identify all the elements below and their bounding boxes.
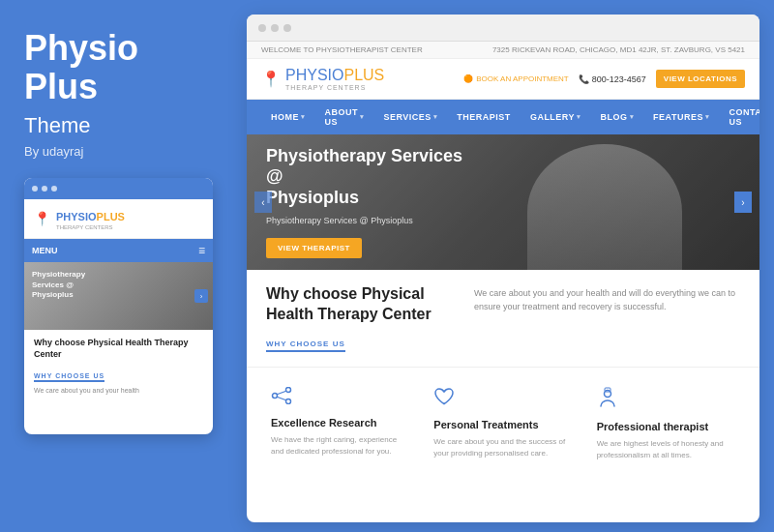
left-title: Physio Plus <box>24 29 213 105</box>
feature-personal-title: Personal Treatments <box>433 419 572 430</box>
book-appointment-link[interactable]: 🟠 BOOK AN APPOINTMENT <box>463 74 569 83</box>
feature-professional-text: We are highest levels of honesty and pro… <box>597 438 735 461</box>
mobile-body-title: Why choose Physical Health Therapy Cente… <box>34 338 203 360</box>
why-section: Why choose Physical Health Therapy Cente… <box>247 270 759 368</box>
phone-icon: 📞 <box>579 74 589 84</box>
logo-plus: PLUS <box>343 67 384 83</box>
hero-next-button[interactable]: › <box>734 192 752 213</box>
calendar-icon: 🟠 <box>463 74 473 83</box>
hero-title: Physiotherapy Services @ Physioplus <box>266 146 479 209</box>
person-badge-icon <box>597 387 735 413</box>
mobile-logo: PHYSIOPLUS <box>56 211 125 222</box>
nav-item-therapist[interactable]: THERAPIST <box>447 100 521 134</box>
hero-decorative-person <box>527 144 682 270</box>
site-logo: 📍 PHYSIOPLUS THERAPY CENTERS <box>261 67 384 91</box>
mobile-why-label: WHY CHOOSE US <box>34 372 104 382</box>
nav-item-about[interactable]: ABOUT US ▾ <box>315 100 374 134</box>
nav-item-home[interactable]: HOME ▾ <box>261 100 315 134</box>
mobile-hero: Physiotherapy Services @ Physioplus › <box>24 262 213 330</box>
view-therapist-button[interactable]: VIEW THERAPIST <box>266 238 362 258</box>
site-hero: ‹ Physiotherapy Services @ Physioplus Ph… <box>247 134 759 270</box>
svg-line-3 <box>277 391 286 395</box>
mobile-hero-text: Physiotherapy Services @ Physioplus <box>32 270 85 300</box>
svg-point-1 <box>286 399 291 403</box>
mobile-dot-2 <box>42 186 47 192</box>
nav-item-contact[interactable]: CONTACT US <box>719 100 759 134</box>
browser-mockup: WELCOME TO PHYSIOTHERAPIST CENTER 7325 R… <box>247 15 759 522</box>
feature-card-personal: Personal Treatments We care about you an… <box>429 382 577 466</box>
left-subtitle: Theme <box>24 113 213 138</box>
why-label: WHY CHOOSE US <box>266 340 345 352</box>
browser-dot-2 <box>271 24 279 32</box>
feature-excellence-text: We have the right caring, experience and… <box>271 434 409 458</box>
mobile-nav: MENU ≡ <box>24 239 213 262</box>
nav-item-blog[interactable]: BLOG ▾ <box>591 100 644 134</box>
heart-icon <box>433 387 572 411</box>
logo-pin-icon: 📍 <box>261 70 281 88</box>
feature-professional-title: Professional therapist <box>597 421 735 432</box>
features-section: Excellence Research We have the right ca… <box>247 368 759 481</box>
feature-card-professional: Professional therapist We are highest le… <box>592 382 740 466</box>
logo-sub: THERAPY CENTERS <box>285 84 384 91</box>
mobile-dot-1 <box>32 186 38 192</box>
mobile-body: Why choose Physical Health Therapy Cente… <box>24 330 213 402</box>
svg-point-0 <box>286 387 291 392</box>
topbar-welcome: WELCOME TO PHYSIOTHERAPIST CENTER <box>261 45 423 54</box>
svg-line-4 <box>277 397 286 400</box>
phone-number: 📞 800-123-4567 <box>579 74 646 84</box>
feature-personal-text: We care about you and the success of you… <box>433 436 572 459</box>
feature-excellence-title: Excellence Research <box>271 417 409 429</box>
nav-item-features[interactable]: FEATURES ▾ <box>643 100 719 134</box>
hero-prev-button[interactable]: ‹ <box>254 192 272 213</box>
feature-card-excellence: Excellence Research We have the right ca… <box>266 382 414 466</box>
svg-point-2 <box>273 393 278 398</box>
browser-dot-3 <box>283 24 291 32</box>
mobile-hero-next-arrow: › <box>194 289 208 303</box>
site-topbar: WELCOME TO PHYSIOTHERAPIST CENTER 7325 R… <box>247 42 759 59</box>
mobile-logo-sub: THERAPY CENTERS <box>56 224 125 230</box>
hero-subtitle: Physiotherapy Services @ Physioplus <box>266 216 479 225</box>
browser-dot-1 <box>258 24 266 32</box>
site-nav: HOME ▾ ABOUT US ▾ SERVICES ▾ THERAPIST G… <box>247 100 759 134</box>
view-locations-button[interactable]: VIEW LOCATIONS <box>656 70 745 88</box>
left-panel: Physio Plus Theme By udayraj 📍 PHYSIOPLU… <box>0 0 237 532</box>
share-icon <box>271 387 409 409</box>
browser-chrome <box>247 15 759 42</box>
mobile-hamburger-icon: ≡ <box>198 244 205 257</box>
mobile-mockup: 📍 PHYSIOPLUS THERAPY CENTERS MENU ≡ Phys… <box>24 178 213 434</box>
why-title: Why choose Physical Health Therapy Cente… <box>266 284 460 325</box>
mobile-dot-3 <box>51 186 57 192</box>
nav-item-gallery[interactable]: GALLERY ▾ <box>521 100 591 134</box>
mobile-logo-pin-icon: 📍 <box>34 211 50 226</box>
site-header-right: 🟠 BOOK AN APPOINTMENT 📞 800-123-4567 VIE… <box>463 70 745 88</box>
logo-text: PHYSIOPLUS <box>285 67 384 84</box>
nav-item-services[interactable]: SERVICES ▾ <box>374 100 448 134</box>
why-right: We care about you and your health and wi… <box>474 284 740 352</box>
site-header: 📍 PHYSIOPLUS THERAPY CENTERS 🟠 BOOK AN A… <box>247 59 759 100</box>
left-author: By udayraj <box>24 144 213 159</box>
hero-content: Physiotherapy Services @ Physioplus Phys… <box>266 146 479 259</box>
mobile-menu-label: MENU <box>32 246 58 255</box>
mobile-body-text: We care about you and your health <box>34 386 203 396</box>
logo-physio: PHYSIO <box>285 67 343 83</box>
mobile-hero-image: Physiotherapy Services @ Physioplus <box>24 262 213 330</box>
mobile-header: 📍 PHYSIOPLUS THERAPY CENTERS <box>24 199 213 239</box>
mobile-top-bar <box>24 178 213 199</box>
why-left: Why choose Physical Health Therapy Cente… <box>266 284 460 352</box>
topbar-address: 7325 RICKEVAN ROAD, CHICAGO, MD1 42JR, S… <box>492 45 745 54</box>
